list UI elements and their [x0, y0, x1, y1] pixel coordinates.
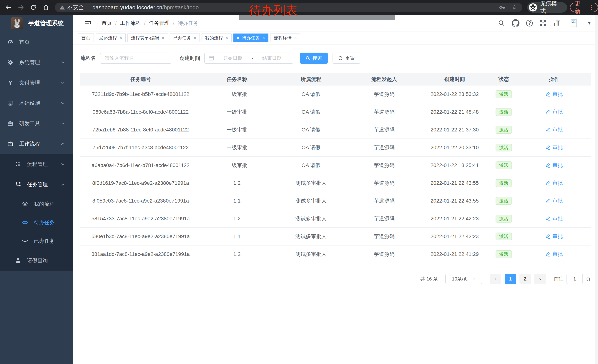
- sidebar-item-label: 工作流程: [19, 140, 40, 147]
- sidebar-item-流程管理[interactable]: 流程管理: [0, 154, 73, 174]
- pencil-icon: [545, 109, 551, 115]
- sidebar-item-label: 研发工具: [19, 120, 40, 127]
- approve-link[interactable]: 审批: [545, 162, 563, 169]
- approve-link[interactable]: 审批: [545, 197, 563, 204]
- end-date-placeholder[interactable]: 结束日期: [255, 55, 289, 61]
- table-row: 8f0d1619-7ac8-11ec-a9e2-a2380e71991a1.2测…: [80, 174, 590, 192]
- update-label[interactable]: 更新: [575, 0, 586, 15]
- start-date-placeholder[interactable]: 开始日期: [216, 55, 250, 61]
- forward-icon[interactable]: [17, 3, 25, 12]
- reset-button[interactable]: 重置: [332, 53, 360, 64]
- sidebar-item-label: 我的流程: [34, 201, 55, 208]
- approve-link[interactable]: 审批: [545, 108, 563, 115]
- sidebar-item-支付管理[interactable]: ¥支付管理: [0, 73, 73, 93]
- sidebar-item-已办任务[interactable]: 已办任务: [0, 232, 73, 250]
- tab-close-icon[interactable]: ×: [194, 35, 196, 40]
- branch-icon: [15, 182, 22, 187]
- avatar-caret-icon[interactable]: ▼: [587, 20, 592, 26]
- page-button-2[interactable]: 2: [519, 274, 531, 284]
- breadcrumb-item[interactable]: 首页: [101, 20, 112, 27]
- tab-close-icon[interactable]: ×: [119, 35, 122, 40]
- github-icon[interactable]: [512, 19, 519, 27]
- tab-我的流程[interactable]: 我的流程×: [201, 33, 232, 42]
- search-button[interactable]: 搜索: [300, 53, 328, 64]
- breadcrumb-item[interactable]: 工作流程: [120, 20, 141, 27]
- help-icon[interactable]: ?: [526, 20, 533, 26]
- tab-label: 已办任务: [173, 35, 191, 41]
- app-logo-row[interactable]: 🐰 芋道管理系统: [0, 15, 73, 32]
- browser-menu-dots-icon[interactable]: ⋮: [588, 4, 594, 11]
- breadcrumb-item[interactable]: 任务管理: [149, 20, 170, 27]
- fullscreen-icon[interactable]: [540, 20, 547, 27]
- prev-page-button[interactable]: ‹: [490, 274, 501, 284]
- tab-label: 首页: [81, 35, 90, 41]
- app-logo: 🐰: [11, 17, 23, 29]
- pencil-icon: [545, 163, 551, 168]
- sidebar-item-研发工具[interactable]: 研发工具: [0, 113, 73, 134]
- tab-流程详情[interactable]: 流程详情×: [270, 33, 300, 42]
- process-starter: 芋道源码: [349, 233, 419, 240]
- hamburger-icon[interactable]: [84, 20, 91, 26]
- approve-link[interactable]: 审批: [545, 91, 563, 98]
- sidebar-item-任务管理[interactable]: 任务管理: [0, 174, 73, 195]
- date-range-picker[interactable]: 开始日期 - 结束日期: [204, 53, 293, 64]
- tab-发起流程[interactable]: 发起流程×: [96, 33, 126, 42]
- user-icon: [15, 258, 22, 263]
- page-size-select[interactable]: 10条/页: [445, 274, 482, 284]
- sidebar-item-请假查询[interactable]: 请假查询: [0, 250, 73, 271]
- page-button-1[interactable]: 1: [505, 274, 516, 284]
- process-name-input[interactable]: [100, 53, 171, 64]
- tab-close-icon[interactable]: ×: [294, 35, 297, 40]
- pencil-icon: [545, 234, 551, 239]
- sidebar-item-待办任务[interactable]: 待办任务: [0, 213, 73, 232]
- task-name: 一级审批: [201, 91, 273, 98]
- approve-label: 审批: [552, 180, 563, 187]
- approve-link[interactable]: 审批: [545, 126, 563, 133]
- sidebar-item-工作流程[interactable]: 工作流程: [0, 134, 73, 154]
- sidebar-item-系统管理[interactable]: 系统管理: [0, 52, 73, 73]
- avatar[interactable]: [567, 16, 581, 30]
- sidebar-item-label: 基础设施: [19, 100, 40, 107]
- tab-close-icon[interactable]: ×: [225, 35, 228, 40]
- process-name: 测试多审批人: [273, 251, 349, 258]
- pencil-icon: [545, 127, 551, 132]
- bookmark-star-icon[interactable]: ☆: [512, 4, 517, 11]
- create-time-label: 创建时间: [180, 55, 200, 62]
- task-id: a6aba0a4-7b6d-11ec-b781-acde48001122: [80, 162, 201, 168]
- tab-流程表单-编辑[interactable]: 流程表单-编辑×: [127, 33, 168, 42]
- incognito-spy-icon: [529, 3, 537, 12]
- tab-待办任务[interactable]: 待办任务×: [233, 33, 268, 42]
- pencil-icon: [545, 198, 551, 203]
- approve-link[interactable]: 审批: [545, 251, 563, 258]
- broken-image-icon: [570, 19, 579, 28]
- password-key-icon[interactable]: [499, 4, 505, 11]
- reload-icon[interactable]: [29, 3, 38, 12]
- security-label[interactable]: 不安全: [67, 4, 84, 11]
- sidebar-item-基础设施[interactable]: 基础设施: [0, 93, 73, 113]
- tab-label: 流程表单-编辑: [131, 35, 159, 41]
- task-name: 1.1: [201, 234, 273, 239]
- search-icon[interactable]: [498, 20, 505, 27]
- sidebar-item-首页[interactable]: 首页: [0, 32, 73, 52]
- sidebar-item-我的流程[interactable]: 我的流程: [0, 195, 73, 213]
- tab-close-icon[interactable]: ×: [162, 35, 164, 40]
- next-page-button[interactable]: ›: [534, 274, 546, 284]
- approve-link[interactable]: 审批: [545, 215, 563, 222]
- table-row: a6aba0a4-7b6d-11ec-b781-acde48001122一级审批…: [80, 157, 590, 174]
- approve-label: 审批: [552, 126, 563, 133]
- page-scrollbar[interactable]: [595, 15, 598, 364]
- goto-page-input[interactable]: [566, 274, 583, 284]
- tab-首页[interactable]: 首页: [78, 33, 94, 42]
- browser-update-button[interactable]: 更新 ⋮: [570, 3, 598, 12]
- tab-已办任务[interactable]: 已办任务×: [170, 33, 200, 42]
- approve-link[interactable]: 审批: [545, 144, 563, 151]
- home-icon[interactable]: [42, 3, 50, 12]
- approve-link[interactable]: 审批: [545, 233, 563, 240]
- url-host: dashboard.yudao.iocoder.cn: [92, 4, 162, 11]
- back-icon[interactable]: [4, 3, 13, 12]
- process-name: 测试多审批人: [273, 180, 349, 187]
- font-size-icon[interactable]: TT: [553, 20, 560, 27]
- tab-close-icon[interactable]: ×: [262, 35, 265, 40]
- sidebar-item-label: 系统管理: [19, 59, 40, 66]
- approve-link[interactable]: 审批: [545, 180, 563, 187]
